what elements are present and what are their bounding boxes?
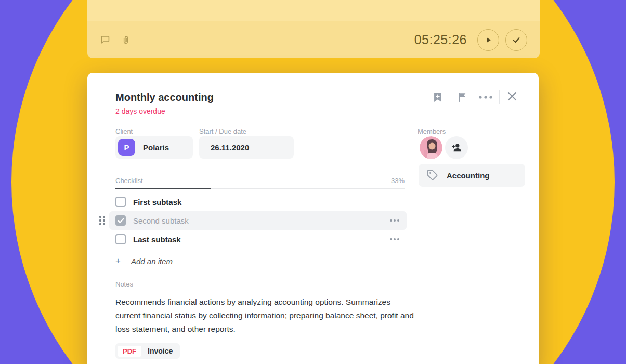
attachment-type-badge: PDF xyxy=(118,346,141,357)
plus-icon: + xyxy=(115,256,121,266)
attachment-chip[interactable]: PDF Invoice xyxy=(115,343,180,359)
client-avatar-chip: P xyxy=(118,139,135,156)
date-label: Start / Due date xyxy=(199,127,246,135)
timer-card-body xyxy=(87,0,540,21)
checkbox-unchecked[interactable] xyxy=(115,197,126,207)
client-field[interactable]: P Polaris xyxy=(115,136,193,159)
add-member-button[interactable] xyxy=(445,136,468,159)
date-value: 26.11.2020 xyxy=(211,143,249,152)
close-icon[interactable] xyxy=(506,90,518,102)
check-icon xyxy=(512,35,521,45)
add-item-label: Add an item xyxy=(131,257,173,266)
tag-label: Accounting xyxy=(447,171,490,180)
notes-text[interactable]: Recommends financial actions by analyzin… xyxy=(115,295,416,336)
play-icon xyxy=(484,36,492,44)
checklist: First subtask Second subtask Last subtas… xyxy=(109,192,407,249)
task-title: Monthly accounting xyxy=(115,92,214,103)
checklist-row[interactable]: Last subtask xyxy=(109,230,407,249)
complete-button[interactable] xyxy=(505,29,527,51)
tag-accounting[interactable]: Accounting xyxy=(419,164,525,187)
flag-icon[interactable] xyxy=(456,92,467,103)
member-avatar[interactable] xyxy=(420,136,442,159)
task-modal: Monthly accounting 2 days overdue Client… xyxy=(87,73,539,364)
checklist-item-label: Last subtask xyxy=(133,235,181,244)
attachment-icon[interactable] xyxy=(121,34,131,46)
overdue-badge: 2 days overdue xyxy=(115,107,165,115)
notes-label: Notes xyxy=(115,280,133,288)
checklist-progress-fill xyxy=(115,188,211,189)
client-name: Polaris xyxy=(143,143,169,152)
checkbox-unchecked[interactable] xyxy=(115,234,126,244)
item-menu-icon[interactable] xyxy=(389,217,400,224)
avatar-image xyxy=(420,136,442,159)
checklist-row[interactable]: First subtask xyxy=(109,192,407,211)
timer-footer: 05:25:26 xyxy=(87,21,540,58)
date-field[interactable]: 26.11.2020 xyxy=(199,136,294,159)
check-icon xyxy=(118,218,124,224)
header-divider xyxy=(499,90,500,104)
attachment-name: Invoice xyxy=(148,347,173,355)
members-label: Members xyxy=(418,127,446,135)
drag-handle-icon[interactable] xyxy=(99,216,105,225)
bookmark-add-icon[interactable] xyxy=(432,92,444,103)
play-button[interactable] xyxy=(477,29,499,51)
checklist-row[interactable]: Second subtask xyxy=(109,211,407,230)
checklist-label: Checklist xyxy=(115,177,143,185)
add-checklist-item[interactable]: + Add an item xyxy=(115,256,173,266)
checklist-item-label: First subtask xyxy=(133,198,181,206)
client-label: Client xyxy=(115,127,133,135)
checklist-progress-track xyxy=(115,188,405,189)
timer-card: 05:25:26 xyxy=(87,0,540,58)
checklist-percent: 33% xyxy=(391,177,405,185)
checklist-item-label: Second subtask xyxy=(133,216,189,225)
item-menu-icon[interactable] xyxy=(389,236,400,242)
more-options-icon[interactable] xyxy=(478,92,493,103)
tag-icon xyxy=(427,170,438,181)
add-person-icon xyxy=(451,142,462,153)
timer-value: 05:25:26 xyxy=(414,32,467,47)
comment-icon[interactable] xyxy=(100,34,111,46)
checkbox-checked[interactable] xyxy=(115,215,126,226)
